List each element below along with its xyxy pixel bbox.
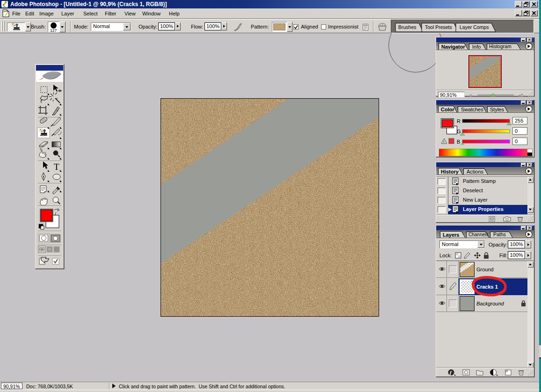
svg-text:!: ! (443, 140, 444, 144)
svg-text:Actions: Actions (467, 169, 484, 174)
svg-text:G: G (457, 129, 461, 134)
svg-text:Paths: Paths (493, 232, 506, 237)
svg-text:Histogram: Histogram (489, 44, 512, 49)
svg-text:Tool Presets: Tool Presets (425, 24, 452, 30)
svg-text:Swatches: Swatches (461, 107, 483, 112)
svg-text:Info: Info (472, 44, 481, 50)
svg-text:Layers: Layers (443, 232, 459, 238)
svg-text:R: R (457, 118, 461, 124)
svg-text:Navigator: Navigator (441, 44, 465, 50)
svg-text:Color: Color (441, 107, 454, 112)
svg-text:Channels: Channels (468, 232, 488, 237)
svg-text:Layer Comps: Layer Comps (460, 24, 489, 30)
svg-text:Styles: Styles (490, 107, 504, 112)
svg-text:B: B (457, 139, 460, 145)
svg-text:T: T (54, 162, 59, 172)
svg-text:Brushes: Brushes (398, 24, 417, 30)
svg-text:History: History (441, 169, 459, 174)
